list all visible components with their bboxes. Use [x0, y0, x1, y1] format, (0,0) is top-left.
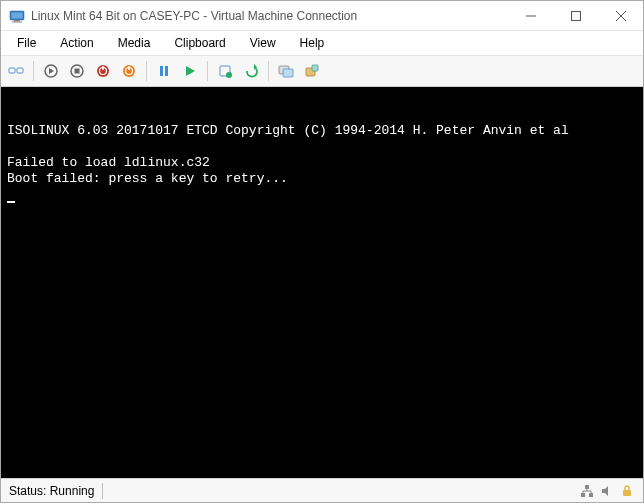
- status-text: Status: Running: [9, 484, 94, 498]
- svg-point-24: [226, 72, 232, 78]
- ctrl-alt-del-button[interactable]: [5, 60, 27, 82]
- svg-marker-37: [602, 486, 608, 496]
- svg-rect-27: [283, 69, 293, 77]
- start-button[interactable]: [40, 60, 62, 82]
- app-icon: [9, 8, 25, 24]
- svg-rect-1: [12, 12, 23, 18]
- svg-rect-31: [581, 493, 585, 497]
- svg-rect-3: [12, 21, 22, 22]
- svg-marker-11: [49, 68, 54, 74]
- stop-button[interactable]: [66, 60, 88, 82]
- toolbar-separator: [268, 61, 269, 81]
- console-line: Boot failed: press a key to retry...: [7, 171, 288, 186]
- svg-rect-32: [589, 493, 593, 497]
- toolbar-separator: [146, 61, 147, 81]
- menu-file[interactable]: File: [7, 34, 46, 52]
- svg-rect-13: [75, 69, 80, 74]
- console-cursor: [7, 189, 15, 203]
- statusbar: Status: Running: [1, 478, 643, 502]
- menu-help[interactable]: Help: [290, 34, 335, 52]
- svg-rect-20: [160, 66, 163, 76]
- shutdown-button[interactable]: [92, 60, 114, 82]
- window-titlebar: Linux Mint 64 Bit on CASEY-PC - Virtual …: [1, 1, 643, 31]
- menu-media[interactable]: Media: [108, 34, 161, 52]
- vm-console[interactable]: ISOLINUX 6.03 20171017 ETCD Copyright (C…: [1, 87, 643, 478]
- toolbar-separator: [207, 61, 208, 81]
- menubar: File Action Media Clipboard View Help: [1, 31, 643, 55]
- svg-rect-9: [17, 68, 23, 73]
- console-line: ISOLINUX 6.03 20171017 ETCD Copyright (C…: [7, 123, 569, 138]
- close-button[interactable]: [598, 1, 643, 30]
- save-button[interactable]: [118, 60, 140, 82]
- svg-marker-22: [186, 66, 195, 76]
- pause-button[interactable]: [153, 60, 175, 82]
- window-controls: [508, 1, 643, 30]
- toolbar: [1, 55, 643, 87]
- menu-view[interactable]: View: [240, 34, 286, 52]
- reset-button[interactable]: [179, 60, 201, 82]
- svg-rect-21: [165, 66, 168, 76]
- lock-icon: [619, 483, 635, 499]
- share-button[interactable]: [301, 60, 323, 82]
- console-line: Failed to load ldlinux.c32: [7, 155, 210, 170]
- maximize-button[interactable]: [553, 1, 598, 30]
- menu-action[interactable]: Action: [50, 34, 103, 52]
- svg-rect-5: [571, 11, 580, 20]
- statusbar-separator: [102, 483, 103, 499]
- revert-button[interactable]: [240, 60, 262, 82]
- checkpoint-button[interactable]: [214, 60, 236, 82]
- speaker-icon: [599, 483, 615, 499]
- svg-rect-2: [14, 20, 20, 22]
- menu-clipboard[interactable]: Clipboard: [164, 34, 235, 52]
- svg-rect-30: [585, 485, 589, 489]
- svg-rect-29: [312, 65, 318, 71]
- svg-rect-38: [623, 490, 631, 496]
- minimize-button[interactable]: [508, 1, 553, 30]
- network-icon: [579, 483, 595, 499]
- svg-rect-8: [9, 68, 15, 73]
- toolbar-separator: [33, 61, 34, 81]
- window-title: Linux Mint 64 Bit on CASEY-PC - Virtual …: [31, 9, 508, 23]
- enhanced-session-button[interactable]: [275, 60, 297, 82]
